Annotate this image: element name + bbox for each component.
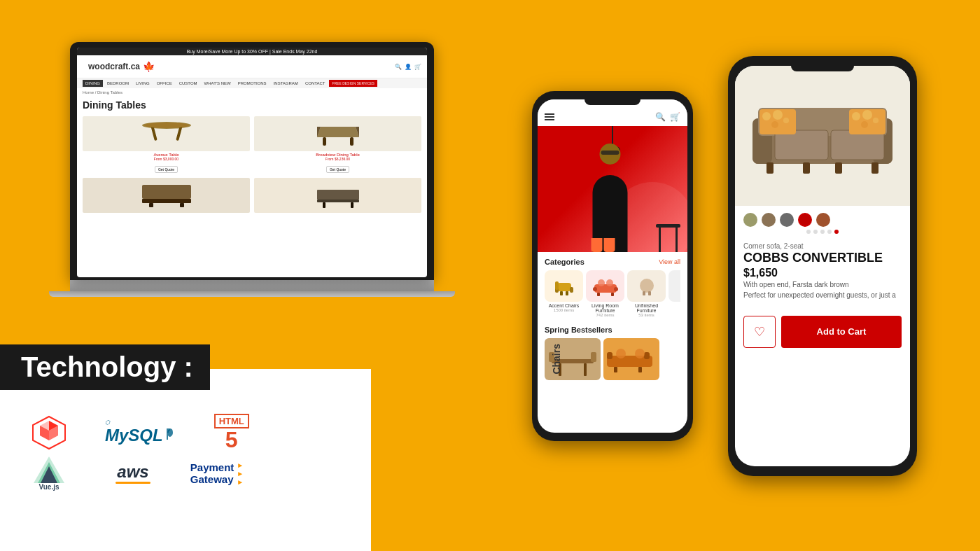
svg-point-59: [783, 118, 789, 123]
svg-point-31: [640, 279, 654, 293]
bestseller-item-2[interactable]: [603, 338, 659, 380]
site-banner: Buy More/Save More Up to 30% OFF | Sale …: [77, 48, 427, 55]
svg-rect-12: [149, 203, 153, 207]
svg-rect-21: [560, 291, 563, 295]
svg-rect-23: [555, 281, 559, 290]
aws-logo: aws: [105, 463, 161, 484]
tech-logos-section: ⬡ MySQL HTML 5: [0, 397, 371, 537]
svg-rect-8: [323, 137, 326, 146]
svg-rect-46: [638, 367, 642, 372]
cart-icon[interactable]: 🛒: [670, 112, 680, 122]
phone-mid: 🔍 🛒: [532, 91, 693, 441]
svg-rect-32: [643, 291, 645, 295]
product-info: Corner sofa, 2-seat COBBS CONVERTIBLE $1…: [735, 238, 910, 306]
svg-rect-25: [593, 287, 597, 291]
svg-rect-24: [594, 284, 617, 293]
app-categories: Categories View all: [538, 252, 687, 323]
site-breadcrumb: Home / Dining Tables: [77, 88, 427, 97]
vuejs-logo: Vue.js: [21, 456, 77, 491]
svg-rect-45: [614, 367, 617, 372]
laptop-mockup: Buy More/Save More Up to 30% OFF | Sale …: [70, 42, 462, 336]
dot-5[interactable]: [834, 230, 839, 234]
add-to-cart-button[interactable]: Add to Cart: [781, 316, 902, 348]
svg-rect-28: [611, 293, 614, 296]
svg-rect-11: [142, 199, 191, 203]
svg-rect-17: [351, 202, 354, 208]
svg-point-56: [762, 112, 771, 120]
phone-right-notch: [791, 60, 854, 71]
product-variant: With open end, Farsta dark brown: [743, 281, 902, 288]
dot-2[interactable]: [813, 230, 818, 234]
search-icon[interactable]: 🔍: [655, 112, 666, 122]
svg-point-63: [861, 121, 868, 128]
app-banner: [538, 126, 687, 252]
svg-point-58: [771, 121, 778, 128]
site-page-title: Dining Tables: [77, 97, 427, 113]
category-office[interactable]: Offi... 35: [668, 270, 680, 317]
mysql-logo: ⬡ MySQL: [105, 419, 176, 445]
color-swatch-1[interactable]: [743, 213, 757, 227]
svg-rect-9: [350, 137, 354, 146]
tech-label-box: Technology :: [0, 344, 210, 390]
svg-point-47: [616, 349, 626, 358]
heart-icon: ♡: [754, 324, 765, 340]
dot-1[interactable]: [806, 230, 811, 234]
svg-rect-33: [648, 291, 651, 295]
svg-rect-54: [831, 130, 884, 160]
color-swatches: [735, 206, 910, 230]
product-actions: ♡ Add to Cart: [735, 310, 910, 354]
site-products: Avenue Table From $3,000.00 Get Quote: [77, 113, 427, 216]
svg-rect-18: [557, 283, 571, 291]
svg-point-61: [852, 112, 860, 120]
svg-rect-39: [584, 363, 587, 376]
site-logo: woodcraft.ca 🍁: [83, 58, 160, 75]
svg-rect-67: [835, 162, 842, 174]
app-header-icons: 🔍 🛒: [655, 112, 680, 122]
svg-point-64: [873, 118, 878, 123]
product-price: $1,650: [743, 267, 902, 279]
phone-right: Corner sofa, 2-seat COBBS CONVERTIBLE $1…: [728, 56, 917, 476]
svg-point-7: [144, 123, 189, 128]
svg-point-30: [606, 279, 613, 286]
color-swatch-4[interactable]: [798, 213, 812, 227]
svg-rect-20: [570, 287, 573, 293]
category-unfinished[interactable]: Unfinished Furniture 53 items: [627, 270, 666, 317]
chairs-label: Chairs: [551, 344, 562, 375]
color-swatch-3[interactable]: [780, 213, 794, 227]
svg-rect-65: [766, 162, 774, 174]
site-nav: DINING BEDROOM LIVING OFFICE CUSTOM WHAT…: [77, 78, 427, 88]
dot-3[interactable]: [820, 230, 825, 234]
dot-4[interactable]: [827, 230, 832, 234]
hamburger-icon[interactable]: [545, 113, 554, 120]
laravel-logo: [21, 415, 77, 450]
svg-rect-27: [597, 293, 600, 296]
svg-point-48: [635, 349, 645, 358]
svg-rect-22: [566, 291, 568, 295]
product-image: [735, 66, 910, 206]
product-name: COBBS CONVERTIBLE: [743, 251, 902, 265]
svg-rect-43: [607, 352, 612, 359]
svg-rect-66: [803, 162, 810, 174]
svg-point-57: [773, 110, 783, 120]
category-living-room[interactable]: Living Room Furniture 742 items: [586, 270, 624, 317]
wishlist-button[interactable]: ♡: [743, 316, 776, 348]
svg-rect-41: [591, 352, 596, 362]
svg-point-62: [862, 110, 872, 120]
color-swatch-5[interactable]: [816, 213, 830, 227]
payment-gateway-logo: Payment Gateway ► ► ►: [189, 461, 245, 486]
product-description: Perfect for unexpected overnight guests,…: [743, 291, 902, 299]
product-category: Corner sofa, 2-seat: [743, 242, 902, 250]
svg-rect-16: [323, 202, 326, 208]
svg-rect-10: [142, 185, 191, 199]
svg-rect-15: [317, 200, 359, 202]
svg-rect-44: [644, 352, 650, 359]
svg-rect-14: [317, 190, 359, 200]
svg-rect-53: [775, 130, 828, 160]
image-dots: [735, 230, 910, 238]
phone-mid-notch: [584, 95, 640, 105]
svg-rect-13: [180, 203, 184, 207]
color-swatch-2[interactable]: [762, 213, 776, 227]
html5-logo: HTML 5: [204, 414, 260, 451]
svg-rect-68: [872, 162, 878, 174]
category-accent-chairs[interactable]: Accent Chairs 1500 items: [545, 270, 583, 317]
